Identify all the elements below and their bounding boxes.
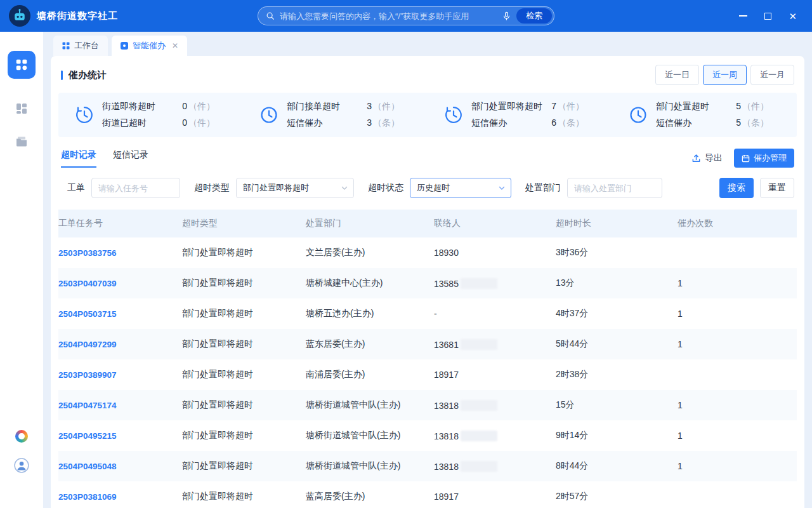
cell-contact: 18917 (434, 370, 556, 380)
section-title: 催办统计 (61, 69, 107, 81)
tab-timeout-records[interactable]: 超时记录 (61, 149, 96, 168)
task-id-link[interactable]: 2503P0381069 (58, 492, 182, 502)
app-grid-icon (15, 58, 29, 72)
task-id-link[interactable]: 2504P0497299 (58, 340, 182, 349)
cell-duration: 13分 (556, 277, 678, 289)
search-icon (266, 11, 275, 20)
app-title: 塘桥街道数字社工 (37, 10, 118, 22)
table-row[interactable]: 2503P0389907 部门处置即将超时 南浦居委(主办) 18917 2时3… (58, 359, 797, 390)
order-number-input[interactable] (91, 178, 180, 198)
col-header-dept: 处置部门 (306, 218, 434, 229)
cell-timeout-type: 部门处置即将超时 (182, 399, 306, 411)
history-clock-icon (444, 105, 463, 124)
redaction-blur (461, 461, 497, 472)
cell-count: 1 (678, 400, 797, 410)
task-id-link[interactable]: 2503P0383756 (58, 248, 182, 258)
cell-contact: 18930 (434, 248, 556, 258)
table-row[interactable]: 2504P0495048 部门处置即将超时 塘桥街道城管中队(主办) 13818… (58, 451, 797, 481)
clock-icon (259, 105, 278, 124)
col-header-task-id: 工单任务号 (58, 218, 182, 229)
table-row[interactable]: 2503P0381069 部门处置即将超时 蓝高居委(主办) 18917 2时5… (58, 481, 797, 508)
cell-timeout-type: 部门处置即将超时 (182, 247, 306, 258)
cell-duration: 3时36分 (556, 247, 678, 258)
microphone-icon[interactable] (502, 11, 511, 21)
maximize-icon[interactable] (764, 13, 771, 20)
cell-contact: 13681 (434, 339, 556, 350)
task-id-link[interactable]: 2504P0503715 (58, 309, 182, 319)
task-id-link[interactable]: 2504P0475174 (58, 401, 182, 410)
cell-dept: 塘桥五违办(主办) (306, 308, 434, 319)
stat-label: 街道即将超时 (102, 101, 155, 112)
workbench-grid-icon (62, 42, 70, 50)
task-id-link[interactable]: 2503P0407039 (58, 279, 182, 288)
cell-dept: 塘桥城建中心(主办) (306, 277, 434, 289)
sidebar-item-files[interactable] (8, 131, 36, 152)
user-avatar-icon[interactable] (14, 458, 29, 473)
top-bar: 塘桥街道数字社工 检索 ✕ (0, 0, 812, 32)
redaction-blur (461, 339, 497, 350)
stat-card: 部门接单超时 3（件） 短信催办 3（条） (243, 101, 428, 129)
range-toggle-group: 近一日 近一周 近一月 (655, 65, 794, 85)
table-row[interactable]: 2504P0475174 部门处置即将超时 塘桥街道城管中队(主办) 13818… (58, 390, 797, 420)
ai-assistant-icon[interactable] (15, 430, 28, 443)
cell-dept: 蓝东居委(主办) (306, 338, 434, 350)
task-id-link[interactable]: 2504P0495215 (58, 431, 182, 441)
col-header-duration: 超时时长 (556, 218, 678, 229)
reset-button[interactable]: 重置 (760, 178, 794, 198)
tab-workbench-label: 工作台 (74, 40, 99, 51)
tab-close-icon[interactable]: ✕ (172, 41, 178, 50)
close-icon[interactable]: ✕ (789, 11, 797, 21)
stat-label: 部门处置即将超时 (471, 101, 542, 112)
reminder-manage-button[interactable]: 催办管理 (734, 149, 794, 168)
cell-duration: 15分 (556, 399, 678, 411)
range-last-month-button[interactable]: 近一月 (750, 65, 794, 85)
stat-label: 短信催办 (656, 117, 691, 129)
content-card: 催办统计 近一日 近一周 近一月 (51, 56, 804, 508)
table-row[interactable]: 2503P0407039 部门处置即将超时 塘桥城建中心(主办) 13585 1… (58, 268, 797, 298)
tab-smart-reminder-label: 智能催办 (133, 40, 166, 51)
sidebar-item-dashboard[interactable] (8, 98, 36, 119)
range-last-day-button[interactable]: 近一日 (655, 65, 699, 85)
table-row[interactable]: 2503P0383756 部门处置即将超时 文兰居委(主办) 18930 3时3… (58, 237, 797, 268)
cell-duration: 8时44分 (556, 460, 678, 472)
tab-smart-reminder[interactable]: 智能催办 ✕ (112, 36, 187, 56)
stat-card: 部门处置即将超时 7（件） 短信催办 6（条） (428, 101, 612, 129)
cell-contact: 18917 (434, 491, 556, 502)
cell-dept: 文兰居委(主办) (306, 247, 434, 258)
timeout-type-label: 超时类型 (194, 182, 230, 194)
timeout-status-select[interactable]: 历史超时 (410, 178, 511, 198)
task-id-link[interactable]: 2503P0389907 (58, 370, 182, 380)
timeout-type-select[interactable]: 部门处置即将超时 (236, 178, 354, 198)
col-header-contact: 联络人 (434, 218, 556, 229)
cell-timeout-type: 部门处置即将超时 (182, 308, 306, 319)
cell-contact: 13818 (434, 461, 556, 472)
minimize-icon[interactable] (739, 15, 747, 17)
cell-duration: 9时14分 (556, 430, 678, 441)
cell-timeout-type: 部门处置即将超时 (182, 369, 306, 380)
main-area: 工作台 智能催办 ✕ 催办统计 近一日 近一周 近一月 (43, 32, 812, 508)
cell-count: 1 (678, 461, 797, 471)
table-header-row: 工单任务号 超时类型 处置部门 联络人 超时时长 催办次数 (58, 210, 797, 237)
cell-duration: 2时57分 (556, 491, 678, 502)
task-id-link[interactable]: 2504P0495048 (58, 462, 182, 471)
cell-count: 1 (678, 309, 797, 319)
chevron-down-icon (341, 184, 348, 192)
app-logo-robot-icon (9, 5, 30, 27)
assistant-search-button[interactable]: 检索 (516, 8, 552, 23)
table-row[interactable]: 2504P0503715 部门处置即将超时 塘桥五违办(主办) - 4时37分 … (58, 298, 797, 329)
table-row[interactable]: 2504P0497299 部门处置即将超时 蓝东居委(主办) 13681 5时4… (58, 329, 797, 359)
tab-workbench[interactable]: 工作台 (53, 36, 108, 56)
search-button[interactable]: 搜索 (719, 178, 754, 198)
cell-contact: - (434, 309, 556, 319)
range-last-week-button[interactable]: 近一周 (703, 65, 747, 85)
cell-dept: 塘桥街道城管中队(主办) (306, 460, 434, 472)
table-row[interactable]: 2504P0495215 部门处置即将超时 塘桥街道城管中队(主办) 13818… (58, 420, 797, 451)
tab-sms-records[interactable]: 短信记录 (113, 149, 148, 168)
sidebar-item-apps[interactable] (8, 51, 36, 79)
export-button[interactable]: 导出 (691, 152, 723, 164)
cell-timeout-type: 部门处置即将超时 (182, 460, 306, 472)
assistant-search-input[interactable] (280, 11, 497, 21)
timeout-records-table: 工单任务号 超时类型 处置部门 联络人 超时时长 催办次数 2503P03837… (58, 210, 797, 508)
redaction-blur (461, 400, 497, 411)
dept-filter-input[interactable] (567, 178, 662, 198)
